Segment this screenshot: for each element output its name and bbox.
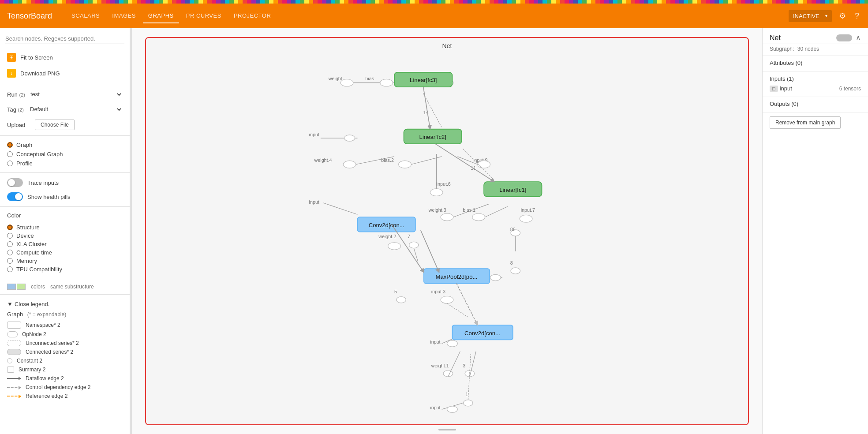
legend-opnode: OpNode 2 <box>7 330 123 339</box>
color-swatches <box>7 284 26 290</box>
color-device[interactable]: Device <box>7 232 123 240</box>
constant-icon <box>7 358 12 363</box>
svg-point-71 <box>447 406 458 412</box>
subgraph-label: Subgraph: 30 nodes <box>770 46 819 52</box>
svg-point-51 <box>490 274 501 281</box>
svg-point-43 <box>388 243 401 250</box>
namespace-label: Namespace* 2 <box>26 322 60 328</box>
svg-text:input: input <box>309 199 319 205</box>
radio-conceptual[interactable]: Conceptual Graph <box>7 150 123 159</box>
svg-point-32 <box>441 213 453 221</box>
svg-text:Linear[fc3]: Linear[fc3] <box>410 77 437 83</box>
fit-to-screen-button[interactable]: ⊞ Fit to Screen <box>0 49 130 65</box>
run-label: Run (2) <box>7 91 25 98</box>
nav-images[interactable]: IMAGES <box>107 9 141 23</box>
legend-unconnected: Unconnected series* 2 <box>7 339 123 348</box>
opnode-label: OpNode 2 <box>22 331 46 337</box>
search-input[interactable] <box>5 34 124 44</box>
svg-point-27 <box>430 189 443 196</box>
input-name: input <box>780 85 792 92</box>
color-tpu[interactable]: TPU Compatibility <box>7 265 123 273</box>
trace-inputs-row: Trace inputs <box>0 176 130 190</box>
svg-text:7: 7 <box>408 234 410 239</box>
legend-control: Control dependency edge 2 <box>7 383 123 392</box>
attributes-title: Attributes (0) <box>770 60 861 66</box>
opnode-icon <box>7 331 18 337</box>
subgraph-toggle[interactable] <box>836 34 852 41</box>
chevron-down-icon: ▼ <box>7 301 13 307</box>
legend-toggle[interactable]: ▼ Close legend. <box>7 301 123 307</box>
attributes-section: Attributes (0) <box>763 56 868 72</box>
svg-point-19 <box>399 161 412 168</box>
color-memory[interactable]: Memory <box>7 257 123 265</box>
toggle-knob <box>8 179 15 186</box>
run-select[interactable]: test <box>29 90 123 99</box>
svg-text:Conv2d[con...: Conv2d[con... <box>369 222 404 228</box>
help-icon[interactable]: ? <box>853 10 861 22</box>
net-canvas[interactable]: Net weight bias input 14 <box>145 37 749 425</box>
nav-graphs[interactable]: GRAPHS <box>143 9 179 23</box>
fit-to-screen-icon: ⊞ <box>7 53 16 62</box>
reference-icon <box>7 396 21 397</box>
trace-inputs-label: Trace inputs <box>27 180 59 186</box>
control-label: Control dependency edge 2 <box>26 384 90 390</box>
color-memory-label: Memory <box>16 258 37 264</box>
fit-to-screen-label: Fit to Screen <box>20 54 53 61</box>
legend-constant: Constant 2 <box>7 356 123 365</box>
outputs-title: Outputs (0) <box>770 101 861 107</box>
svg-text:bias.1: bias.1 <box>463 207 475 213</box>
legend-toggle-label: Close legend. <box>15 301 50 307</box>
nav-projector[interactable]: PROJECTOR <box>228 9 276 23</box>
svg-text:weight.1: weight.1 <box>431 363 449 368</box>
svg-text:bias.2: bias.2 <box>381 157 394 163</box>
graph-title: Net <box>146 38 748 51</box>
nav-scalars[interactable]: SCALARS <box>66 9 105 23</box>
right-panel-title: Net <box>770 34 781 42</box>
same-substructure-label: same substructure <box>50 284 94 290</box>
nav-pr-curves[interactable]: PR CURVES <box>181 9 227 23</box>
choose-file-button[interactable]: Choose File <box>35 120 75 130</box>
divider-4 <box>0 206 130 207</box>
trace-inputs-toggle[interactable] <box>7 178 23 187</box>
svg-point-16 <box>343 161 356 168</box>
status-select[interactable]: INACTIVE <box>789 10 832 22</box>
divider-1 <box>0 84 130 84</box>
svg-text:input.7: input.7 <box>521 207 535 213</box>
health-pills-toggle[interactable] <box>7 192 23 201</box>
download-png-button[interactable]: ↓ Download PNG <box>0 65 130 81</box>
header: TensorBoard SCALARS IMAGES GRAPHS PR CUR… <box>0 4 868 28</box>
tag-field: Tag (2) Default <box>0 102 130 117</box>
subgraph-info: Subgraph: 30 nodes <box>763 44 868 56</box>
close-panel-icon[interactable]: ∧ <box>856 34 861 42</box>
svg-point-53 <box>397 297 406 303</box>
color-compute[interactable]: Compute time <box>7 248 123 257</box>
color-device-label: Device <box>16 232 34 239</box>
dataflow-icon <box>7 378 21 379</box>
remove-from-main-graph-button[interactable]: Remove from main graph <box>770 116 841 129</box>
input-tag: □ <box>770 86 778 92</box>
colors-label: colors <box>31 284 45 290</box>
radio-profile[interactable]: Profile <box>7 159 123 168</box>
colors-row: colors same substructure <box>0 282 130 292</box>
svg-text:8: 8 <box>510 260 513 266</box>
upload-label: Upload <box>7 122 31 128</box>
svg-text:86: 86 <box>510 227 516 232</box>
tensor-count: 6 tensors <box>839 86 861 92</box>
tag-select[interactable]: Default <box>28 105 123 114</box>
svg-text:weight.4: weight.4 <box>314 157 332 163</box>
svg-text:3: 3 <box>463 363 465 368</box>
settings-icon[interactable]: ⚙ <box>837 9 848 22</box>
color-structure[interactable]: Structure <box>7 223 123 232</box>
color-xla[interactable]: XLA Cluster <box>7 240 123 248</box>
summary-icon <box>7 367 14 373</box>
health-pills-row: Show health pills <box>0 190 130 204</box>
legend-summary: Summary 2 <box>7 365 123 374</box>
radio-graph[interactable]: Graph <box>7 140 123 150</box>
graph-svg[interactable]: weight bias input 14 input weight.4 <box>146 51 748 420</box>
legend-graph-title: Graph (* = expandable) <box>7 311 123 318</box>
divider-3 <box>0 172 130 173</box>
connected-label: Connected series* 2 <box>26 349 73 355</box>
svg-text:Linear[fc2]: Linear[fc2] <box>419 134 446 140</box>
inputs-section: Inputs (1) □ input 6 tensors <box>763 72 868 97</box>
status-wrapper: INACTIVE <box>789 10 832 22</box>
